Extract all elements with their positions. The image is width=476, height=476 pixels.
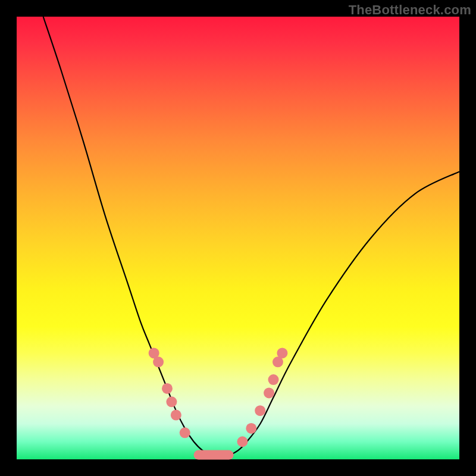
right-arm-markers [237,347,287,447]
curve-marker [166,396,177,407]
bottleneck-curve [43,17,459,455]
curve-marker [237,436,248,447]
curve-marker [246,423,256,434]
watermark-text: TheBottleneck.com [349,2,471,18]
curve-marker [277,347,287,358]
chart-svg [17,17,459,459]
curve-marker [255,405,265,416]
curve-marker [180,427,190,438]
valley-flat-marker [194,450,234,460]
curve-marker [171,410,181,421]
left-arm-markers [149,347,190,438]
chart-frame: TheBottleneck.com [0,0,476,476]
curve-marker [162,383,173,394]
curve-marker [268,374,279,385]
curve-marker [264,387,274,398]
curve-marker [153,356,164,367]
